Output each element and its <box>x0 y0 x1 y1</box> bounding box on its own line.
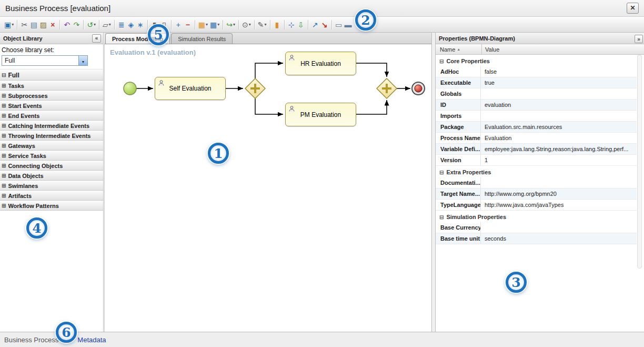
column-header-name[interactable]: Name ▲ <box>436 44 482 54</box>
expand-section-icon[interactable]: ⊞ <box>2 93 6 98</box>
diagram-canvas[interactable]: Evaluation v.1 (evaluation) Self Evaluat… <box>104 44 431 332</box>
align-icon[interactable]: ≣ <box>117 19 126 31</box>
expand-panel-icon[interactable]: » <box>635 35 643 43</box>
task-pm-evaluation[interactable]: PM Evaluation <box>285 103 356 126</box>
library-item-full[interactable]: ⊟ Full <box>0 70 103 81</box>
ungroup-icon[interactable]: ∗ <box>136 19 145 31</box>
property-row[interactable]: TypeLanguage http://www.java.com/javaTyp… <box>436 200 637 211</box>
property-value[interactable]: seconds <box>481 235 637 242</box>
library-item-catching-intermediate-events[interactable]: ⊞ Catching Intermediate Events <box>0 121 103 131</box>
expand-section-icon[interactable]: ⊞ <box>2 163 6 168</box>
property-row[interactable]: Globals <box>436 88 637 100</box>
expand-section-icon[interactable]: ⊞ <box>2 83 6 88</box>
task-hr-evaluation[interactable]: HR Evaluation <box>285 52 356 75</box>
library-item-end-events[interactable]: ⊞ End Events <box>0 111 103 121</box>
parallel-gateway-converging[interactable] <box>377 78 397 98</box>
color-scheme-icon[interactable]: ▦ <box>197 19 209 31</box>
library-item-start-events[interactable]: ⊞ Start Events <box>0 101 103 111</box>
property-value[interactable]: http://www.java.com/javaTypes <box>481 202 637 208</box>
library-item-service-tasks[interactable]: ⊞ Service Tasks <box>0 151 103 161</box>
property-row[interactable]: Process Name Evaluation <box>436 133 637 144</box>
property-value[interactable]: false <box>481 68 637 75</box>
start-event[interactable] <box>124 82 136 95</box>
expand-section-icon[interactable]: ⊞ <box>2 183 6 189</box>
collapse-section-icon[interactable]: ⊟ <box>439 58 444 64</box>
sequence-flow[interactable] <box>356 63 387 77</box>
compact-view-icon[interactable]: ▭ <box>334 19 344 31</box>
section-extra-properties[interactable]: ⊟ Extra Properties <box>436 166 637 177</box>
history-icon[interactable]: ↺ <box>86 19 97 31</box>
property-value[interactable]: evaluation <box>481 102 637 108</box>
library-item-tasks[interactable]: ⊞ Tasks <box>0 81 103 91</box>
section-simulation-properties[interactable]: ⊟ Simulation Properties <box>436 211 637 222</box>
expand-section-icon[interactable]: ⊞ <box>2 153 6 158</box>
library-item-subprocesses[interactable]: ⊞ Subprocesses <box>0 91 103 101</box>
add-docker-icon[interactable]: + <box>174 19 183 31</box>
property-row[interactable]: AdHoc false <box>436 66 637 77</box>
shape-repository-icon[interactable]: ▱ <box>102 19 112 31</box>
remove-connection-icon[interactable]: ↘ <box>320 19 329 31</box>
library-item-swimlanes[interactable]: ⊞ Swimlanes <box>0 181 103 191</box>
library-item-connecting-objects[interactable]: ⊞ Connecting Objects <box>0 161 103 171</box>
group-icon[interactable]: ◈ <box>126 19 136 31</box>
property-row[interactable]: Base Currency <box>436 222 637 233</box>
property-value[interactable]: Evaluation <box>481 135 637 141</box>
property-row[interactable]: Package Evaluation.src.main.resources <box>436 122 637 133</box>
save-icon[interactable]: ▣ <box>3 19 15 31</box>
property-row[interactable]: Version 1 <box>436 155 637 166</box>
full-view-icon[interactable]: ▬ <box>344 19 353 31</box>
expand-section-icon[interactable]: ⊞ <box>2 123 6 128</box>
remove-docker-icon[interactable]: − <box>183 19 193 31</box>
column-header-value[interactable]: Value <box>482 46 644 53</box>
collapse-section-icon[interactable]: ⊟ <box>2 72 6 78</box>
move-icon[interactable]: ⊹ <box>287 19 296 31</box>
library-item-workflow-patterns[interactable]: ⊞ Workflow Patterns <box>0 201 103 211</box>
collapse-section-icon[interactable]: ⊟ <box>439 170 444 175</box>
redo-icon[interactable]: ↷ <box>72 19 81 31</box>
library-set-select[interactable]: Full <box>2 55 88 66</box>
collapse-section-icon[interactable]: ⊟ <box>439 214 444 220</box>
zoom-icon[interactable]: ⊙ <box>241 19 252 31</box>
expand-section-icon[interactable]: ⊞ <box>2 133 6 138</box>
export-icon[interactable]: ↪ <box>225 19 236 31</box>
expand-section-icon[interactable]: ⊞ <box>2 203 6 209</box>
sequence-flow[interactable] <box>356 100 387 114</box>
property-value[interactable]: true <box>481 80 637 86</box>
footer-tab-metadata[interactable]: Metadata <box>77 336 106 344</box>
paste-icon[interactable]: ▨ <box>38 19 48 31</box>
edit-icon[interactable]: ✎ <box>257 19 268 31</box>
import-icon[interactable]: ⇩ <box>296 19 306 31</box>
expand-section-icon[interactable]: ⊞ <box>2 173 6 179</box>
expand-section-icon[interactable]: ⊞ <box>2 193 6 199</box>
property-row[interactable]: Executable true <box>436 77 637 88</box>
delete-icon[interactable]: × <box>48 19 57 31</box>
library-item-artifacts[interactable]: ⊞ Artifacts <box>0 191 103 201</box>
parallel-gateway-diverging[interactable] <box>245 78 265 98</box>
cut-icon[interactable]: ✂ <box>19 19 29 31</box>
expand-section-icon[interactable]: ⊞ <box>2 103 6 108</box>
library-item-gateways[interactable]: ⊞ Gateways <box>0 141 103 151</box>
section-core-properties[interactable]: ⊟ Core Properties <box>436 55 637 66</box>
copy-icon[interactable]: ▤ <box>29 19 38 31</box>
end-event[interactable] <box>412 82 425 95</box>
property-value[interactable]: employee:java.lang.String,reason:java.la… <box>481 146 637 152</box>
property-value[interactable]: 1 <box>481 157 637 163</box>
property-value[interactable]: http://www.omg.org/bpmn20 <box>481 191 637 197</box>
undo-icon[interactable]: ↶ <box>62 19 72 31</box>
library-item-data-objects[interactable]: ⊞ Data Objects <box>0 171 103 181</box>
sequence-flow[interactable] <box>255 98 283 114</box>
property-row[interactable]: Base time unit seconds <box>436 233 637 244</box>
scrollbar[interactable] <box>637 55 642 269</box>
library-item-throwing-intermediate-events[interactable]: ⊞ Throwing Intermediate Events <box>0 131 103 141</box>
close-icon[interactable]: ✕ <box>627 3 639 14</box>
collapse-panel-icon[interactable]: « <box>92 34 101 43</box>
add-connection-icon[interactable]: ↗ <box>310 19 320 31</box>
expand-section-icon[interactable]: ⊞ <box>2 113 6 118</box>
expand-section-icon[interactable]: ⊞ <box>2 143 6 148</box>
footer-tab-business-process[interactable]: Business Process <box>4 336 58 344</box>
tab-simulation-results[interactable]: Simulation Results <box>171 33 233 44</box>
sequence-flow[interactable] <box>255 63 283 78</box>
validate-icon[interactable]: ▮ <box>273 19 282 31</box>
task-self-evaluation[interactable]: Self Evaluation <box>155 77 226 100</box>
property-row[interactable]: Target Name... http://www.omg.org/bpmn20 <box>436 189 637 200</box>
